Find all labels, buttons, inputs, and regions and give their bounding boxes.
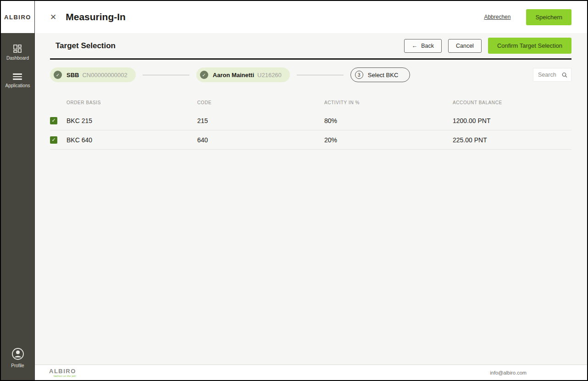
section-divider — [50, 58, 571, 60]
step-label: SBB — [67, 72, 79, 78]
header-actions: Abbrechen Speichern — [484, 9, 571, 25]
page-title: Measuring-In — [66, 11, 126, 22]
close-icon[interactable]: ✕ — [50, 12, 56, 22]
dashboard-icon — [13, 44, 22, 53]
row-checkbox-checked[interactable]: ✓ — [50, 117, 57, 124]
stepper-step-select-bkc[interactable]: 3 Select BKC — [350, 67, 410, 82]
row-checkbox-cell: ✓ — [50, 136, 67, 144]
stepper-step-sbb[interactable]: ✓ SBB CN00000000002 — [50, 67, 136, 82]
table-row[interactable]: ✓ BKC 215 215 80% 1200.00 PNT — [50, 111, 571, 130]
step-label: Aaron Mainetti — [213, 72, 254, 78]
column-header-activity: ACTIVITY IN % — [324, 100, 453, 105]
back-button-label: Back — [421, 43, 434, 49]
cell-account-balance: 1200.00 PNT — [453, 117, 571, 124]
brand-logo-text: ALBIRO — [4, 14, 31, 21]
sidebar-item-profile[interactable]: Profile — [11, 347, 25, 368]
cancel-button[interactable]: Cancel — [448, 39, 482, 53]
content: Target Selection ← Back Cancel Confirm T… — [35, 33, 587, 364]
speichern-button[interactable]: Speichern — [526, 9, 571, 25]
sidebar-item-applications[interactable]: Applications — [6, 73, 30, 88]
check-circle-icon: ✓ — [54, 71, 62, 79]
bkc-table: ORDER BASIS CODE ACTIVITY IN % ACCOUNT B… — [50, 94, 571, 150]
footer-contact-email: info@albiro.com — [490, 370, 527, 375]
sidebar: ALBIRO Dashboard Applications — [1, 1, 35, 380]
cell-account-balance: 225.00 PNT — [453, 136, 571, 144]
confirm-target-selection-button[interactable]: Confirm Target Selection — [488, 38, 571, 54]
main-area: ✕ Measuring-In Abbrechen Speichern Targe… — [35, 1, 587, 380]
footer-logo: ALBIRO fashion on the job! — [49, 368, 76, 377]
step-value: CN00000000002 — [82, 72, 127, 78]
footer-tagline: fashion on the job! — [54, 375, 76, 377]
section-title: Target Selection — [55, 41, 116, 50]
stepper-connector — [297, 75, 344, 75]
stepper-step-person[interactable]: ✓ Aaron Mainetti U216260 — [196, 67, 290, 82]
cell-activity: 80% — [324, 117, 453, 124]
profile-icon — [11, 347, 25, 361]
sidebar-item-label: Applications — [6, 83, 30, 88]
step-label: Select BKC — [368, 72, 398, 78]
subheader-actions: ← Back Cancel Confirm Target Selection — [404, 38, 571, 54]
abbrechen-link[interactable]: Abbrechen — [484, 14, 510, 20]
check-circle-icon: ✓ — [200, 71, 208, 79]
column-header-account-balance: ACCOUNT BALANCE — [453, 100, 571, 105]
search-icon[interactable] — [562, 72, 567, 78]
cell-activity: 20% — [324, 136, 453, 144]
stepper: ✓ SBB CN00000000002 ✓ Aaron Mainetti U21… — [50, 67, 571, 82]
sidebar-bottom: Profile — [1, 347, 34, 380]
step-number-icon: 3 — [355, 71, 363, 79]
row-checkbox-checked[interactable]: ✓ — [50, 136, 57, 144]
sidebar-item-dashboard[interactable]: Dashboard — [6, 44, 29, 61]
table-row[interactable]: ✓ BKC 640 640 20% 225.00 PNT — [50, 130, 571, 150]
cell-order-basis: BKC 215 — [67, 117, 197, 124]
stepper-connector — [143, 75, 189, 75]
footer: ALBIRO fashion on the job! info@albiro.c… — [35, 364, 587, 380]
back-button[interactable]: ← Back — [404, 39, 442, 53]
sidebar-nav: Dashboard Applications — [1, 33, 34, 88]
sidebar-logo[interactable]: ALBIRO — [1, 1, 34, 33]
column-header-order-basis: ORDER BASIS — [67, 100, 197, 105]
subheader: Target Selection ← Back Cancel Confirm T… — [50, 33, 571, 58]
column-header-code: CODE — [197, 100, 324, 105]
top-header: ✕ Measuring-In Abbrechen Speichern — [35, 1, 587, 33]
step-value: U216260 — [257, 72, 282, 78]
sidebar-item-label: Profile — [11, 363, 24, 368]
sidebar-spacer — [1, 88, 34, 347]
table-header-row: ORDER BASIS CODE ACTIVITY IN % ACCOUNT B… — [50, 94, 571, 111]
cell-code: 215 — [197, 117, 324, 124]
search-box — [533, 68, 571, 82]
search-input[interactable] — [538, 72, 562, 78]
cell-code: 640 — [197, 136, 324, 144]
app-window: ALBIRO Dashboard Applications — [0, 0, 588, 381]
sidebar-item-label: Dashboard — [6, 56, 29, 61]
cell-order-basis: BKC 640 — [67, 136, 197, 144]
footer-brand-text: ALBIRO — [49, 368, 76, 374]
applications-menu-icon — [13, 73, 22, 81]
row-checkbox-cell: ✓ — [50, 117, 67, 124]
back-arrow-icon: ← — [412, 43, 418, 49]
